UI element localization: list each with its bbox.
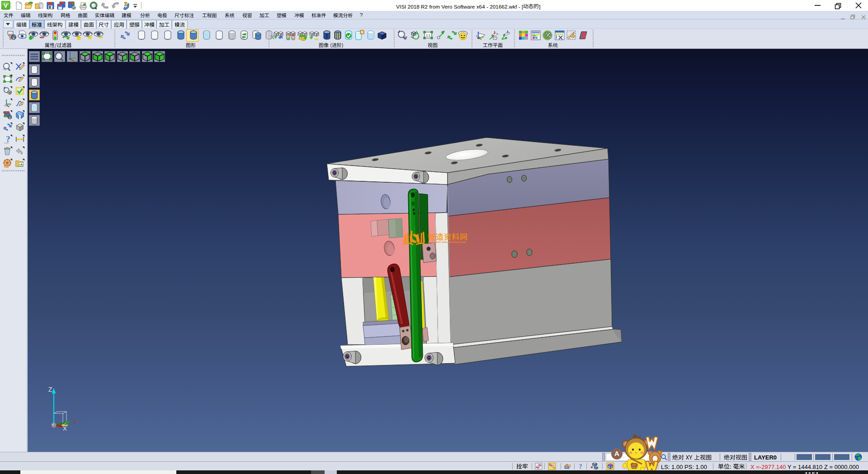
svg-text:Y: Y (73, 419, 77, 426)
svg-text:?: ? (579, 463, 582, 470)
svg-text:1:1: 1:1 (426, 34, 430, 37)
svg-text:X: X (63, 425, 67, 432)
svg-text:V: V (4, 2, 8, 9)
svg-text:Z: Z (48, 386, 52, 393)
svg-text:3: 3 (538, 465, 540, 469)
